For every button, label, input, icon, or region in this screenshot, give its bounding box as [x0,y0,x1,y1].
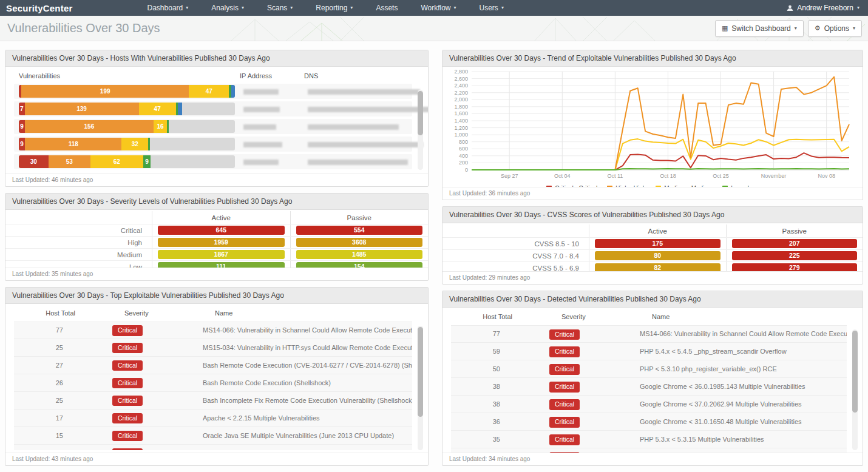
dns-redacted [299,139,412,150]
severity-badge: Critical [112,448,143,450]
host-row[interactable]: 915616 [14,119,412,134]
vulnerability-row[interactable]: 38CriticalGoogle Chrome < 36.0.1985.143 … [451,378,847,396]
host-total: 38 [451,383,527,390]
bar-segment-orange: 118 [25,138,121,150]
column-header-passive: Passive [726,224,863,237]
severity-badge: Critical [549,399,580,410]
vulnerability-row[interactable]: 25CriticalBash Incomplete Fix Remote Cod… [14,392,412,410]
nav-item-analysis[interactable]: Analysis▾ [200,0,256,16]
severity-cell: Critical [90,394,203,406]
nav-item-dashboard[interactable]: Dashboard▾ [136,0,200,16]
grid-icon: ▦ [722,25,728,32]
panel-title[interactable]: Vulnerabilities Over 30 Days - Severity … [5,194,428,210]
matrix-row: Critical645554 [5,224,428,236]
legend-label: Medium - Medium [664,185,713,187]
nav-item-assets[interactable]: Assets [364,0,409,16]
svg-text:1,000: 1,000 [454,132,468,138]
severity-badge: Critical [549,417,580,428]
host-total: 27 [14,362,90,369]
value-bar: 279 [732,263,858,271]
vulnerability-row[interactable]: 25CriticalMS15-034: Vulnerability in HTT… [14,339,412,357]
scrollbar-thumb[interactable] [418,91,423,135]
vulnerability-row[interactable]: 77CriticalMS14-066: Vulnerability in Sch… [451,325,847,343]
severity-cell: Critical [527,398,640,410]
vulnerability-row[interactable]: 35CriticalPHP 5.3.x < 5.3.15 Multiple Vu… [451,431,847,448]
vulnerability-row[interactable]: 38CriticalGoogle Chrome < 37.0.2062.94 M… [451,396,847,413]
ip-address-redacted [235,139,299,150]
nav-item-reporting[interactable]: Reporting▾ [304,0,364,16]
value-bar: 80 [595,251,721,260]
panel-title[interactable]: Vulnerabilities Over 30 Days - CVSS Scor… [442,207,863,223]
host-row[interactable]: 3053629 [14,154,412,169]
vulnerability-row[interactable]: 50CriticalPHP < 5.3.10 php_register_vari… [451,360,847,378]
column-header-name: Name [215,309,428,317]
host-row[interactable]: 19947 [14,84,412,99]
host-total: 59 [451,348,527,355]
vulnerability-name: Bash Remote Code Execution (CVE-2014-627… [203,362,412,369]
app-logo[interactable]: SecurityCenter [0,3,81,13]
bar-segment-orange: 53 [49,155,90,168]
scrollbar-track[interactable] [852,329,858,450]
panel-body: Host Total Severity Name 77CriticalMS14-… [5,304,428,453]
nav-item-label: Scans [267,4,287,12]
panel-title[interactable]: Vulnerabilities Over 30 Days - Detected … [442,291,863,308]
switch-dashboard-button[interactable]: ▦ Switch Dashboard ▾ [715,20,804,37]
nav-item-scans[interactable]: Scans▾ [256,0,304,16]
legend-swatch [722,186,728,187]
scrollbar-track[interactable] [418,90,423,170]
dns-redacted [299,86,412,97]
vulnerability-row[interactable]: 36CriticalGoogle Chrome < 31.0.1650.48 M… [451,413,847,431]
vuln-list: 77CriticalMS14-066: Vulnerability in Sch… [5,322,428,450]
bar-segment-orange: 199 [21,85,189,98]
user-menu[interactable]: Andrew Freeborn ▾ [787,4,868,12]
bar-segment-green [148,138,149,150]
matrix-cell: 80 [589,250,726,261]
vulnerability-row[interactable]: 59CriticalPHP 5.4.x < 5.4.5 _php_stream_… [451,343,847,360]
row-label: CVSS 5.5 - 6.9 [442,262,589,271]
top-navbar: SecurityCenter Dashboard▾Analysis▾Scans▾… [0,0,868,16]
panel-title[interactable]: Vulnerabilities Over 30 Days - Hosts Wit… [5,50,428,67]
nav-item-workflow[interactable]: Workflow▾ [409,0,467,16]
bar-segment-red: 9 [19,138,25,150]
vulnerability-row-partial[interactable]: Critical [14,445,412,450]
last-updated: Last Updated: 29 minutes ago [442,271,863,284]
hosts-list: 199477139479156169118323053629 [5,84,428,169]
legend-label: High - High [615,185,646,187]
right-column: Vulnerabilities Over 30 Days - Trend of … [442,50,863,472]
value-bar: 554 [296,226,423,235]
panel-hosts-with-vulnerabilities: Vulnerabilities Over 30 Days - Hosts Wit… [5,50,429,187]
host-total: 17 [14,414,90,422]
vulnerability-name: MS14-066: Vulnerability in Schannel Coul… [640,330,847,337]
severity-cell: Critical [527,451,640,453]
vulnerability-row[interactable]: 17CriticalApache < 2.2.15 Multiple Vulne… [14,410,412,427]
nav-item-users[interactable]: Users▾ [468,0,515,16]
scrollbar-track[interactable] [418,326,423,450]
host-row[interactable]: 713947 [14,101,412,116]
bar-segment-yellow: 32 [121,138,148,150]
scrollbar-thumb[interactable] [852,331,858,413]
scrollbar-thumb[interactable] [418,327,423,417]
nav-item-label: Dashboard [147,4,183,12]
svg-text:800: 800 [459,139,468,145]
vulnerability-row-partial[interactable]: Critical [451,448,847,453]
vulnerability-name: Bash Remote Code Execution (Shellshock) [203,379,412,386]
severity-cell: Critical [90,324,203,336]
vulnerability-row[interactable]: 15CriticalOracle Java SE Multiple Vulner… [14,427,412,445]
vulnerability-row[interactable]: 77CriticalMS14-066: Vulnerability in Sch… [14,322,412,339]
redacted-text [308,160,408,165]
panel-detected-vulnerabilities: Vulnerabilities Over 30 Days - Detected … [442,291,863,466]
options-button[interactable]: ⚙ Options ▾ [808,20,862,37]
severity-cell: Critical [90,342,203,354]
matrix-cell: 111 [152,261,290,268]
vulnerability-row[interactable]: 26CriticalBash Remote Code Execution (Sh… [14,374,412,392]
panel-title[interactable]: Vulnerabilities Over 30 Days - Top Explo… [5,288,428,304]
redacted-text [243,124,276,130]
host-row[interactable]: 911832 [14,137,412,152]
vulnerability-name: Google Chrome < 31.0.1650.48 Multiple Vu… [640,418,847,425]
matrix-cell: 225 [726,250,863,261]
panel-title[interactable]: Vulnerabilities Over 30 Days - Trend of … [442,50,863,67]
vulnerability-row[interactable]: 27CriticalBash Remote Code Execution (CV… [14,357,412,374]
svg-text:Oct 04: Oct 04 [554,173,571,179]
vulnerability-name: Bash Incomplete Fix Remote Code Executio… [203,397,412,404]
value-bar: 175 [595,239,721,248]
